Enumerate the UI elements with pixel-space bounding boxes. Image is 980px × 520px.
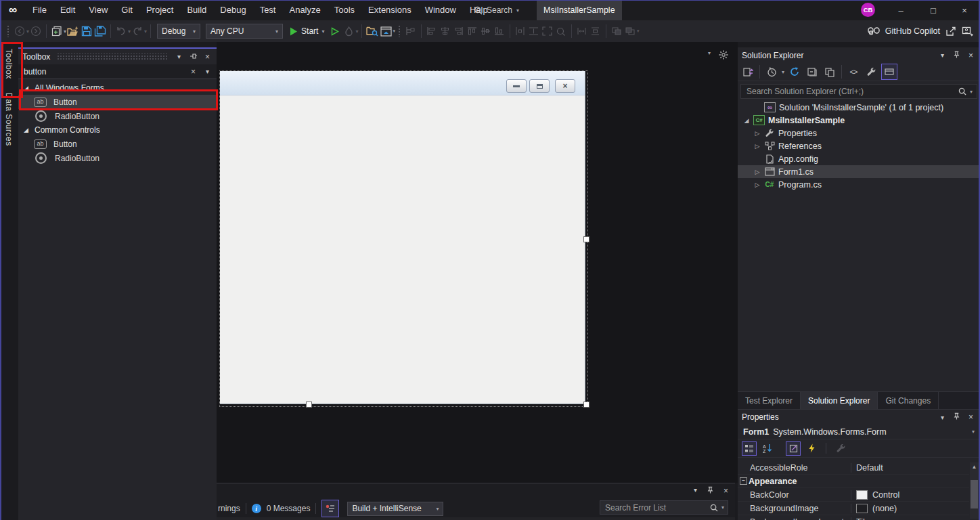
show-all-files-icon[interactable] — [822, 64, 837, 79]
close-icon[interactable]: × — [723, 486, 728, 496]
navigate-forward-icon[interactable] — [29, 24, 43, 39]
find-in-files-icon[interactable] — [365, 24, 379, 39]
properties-view-button[interactable] — [786, 441, 801, 456]
refresh-icon[interactable] — [787, 64, 802, 79]
avatar[interactable]: CB — [861, 3, 875, 17]
undo-icon[interactable] — [114, 24, 128, 39]
property-pages-button[interactable] — [833, 441, 848, 456]
bring-to-front-icon[interactable] — [610, 24, 623, 39]
align-bottoms-icon[interactable] — [493, 24, 506, 39]
property-value[interactable]: (none) — [851, 504, 969, 513]
messages-toggle-button[interactable] — [321, 500, 339, 517]
navigate-back-icon[interactable] — [13, 24, 26, 39]
menu-git[interactable]: Git — [114, 0, 139, 20]
redo-icon[interactable] — [131, 24, 144, 39]
scrollbar-thumb[interactable] — [971, 480, 978, 508]
properties-icon[interactable] — [864, 64, 878, 79]
align-rights-icon[interactable] — [452, 24, 466, 39]
toolbox-header[interactable]: Toolbox ▾ × — [18, 49, 217, 64]
gear-icon[interactable] — [719, 50, 728, 60]
property-row-backgroundimagelayout[interactable]: BackgroundImageLayoutTile — [738, 515, 969, 520]
toolbox-item-radiobutton[interactable]: RadioButton — [18, 109, 217, 123]
menu-view[interactable]: View — [82, 0, 114, 20]
start-debugging-button[interactable]: Start ▾ — [286, 23, 328, 39]
tree-item-form1-cs[interactable]: ▷Form1.cs — [738, 165, 980, 178]
toolbar-grip[interactable] — [398, 25, 401, 37]
menu-extensions[interactable]: Extensions — [361, 0, 418, 20]
property-value[interactable]: Control — [851, 490, 969, 500]
menu-build[interactable]: Build — [180, 0, 213, 20]
expander-collapsed-icon[interactable]: ▷ — [754, 169, 761, 175]
error-source-dropdown[interactable]: Build + IntelliSense ▾ — [347, 502, 443, 516]
toolbox-item-radiobutton[interactable]: RadioButton — [18, 151, 217, 165]
menu-test[interactable]: Test — [253, 0, 283, 20]
solution-explorer-header[interactable]: Solution Explorer ▾ × — [738, 47, 980, 63]
solution-configuration-dropdown[interactable]: Debug ▾ — [157, 24, 200, 39]
expander-collapsed-icon[interactable]: ▷ — [754, 143, 761, 150]
tree-item-solution-msiinstallersample-1-of-1-project-[interactable]: ∞Solution 'MsiInstallerSample' (1 of 1 p… — [738, 101, 980, 114]
make-same-size-icon[interactable] — [541, 24, 554, 39]
hot-reload-icon[interactable] — [342, 24, 355, 39]
send-feedback-icon[interactable] — [962, 26, 973, 37]
solution-platform-dropdown[interactable]: Any CPU ▾ — [206, 24, 283, 39]
align-lefts-icon[interactable] — [425, 24, 439, 39]
window-position-icon[interactable]: ▾ — [937, 414, 948, 421]
toolbar-overflow-icon[interactable]: ▾ — [393, 28, 395, 34]
error-list-search[interactable]: ▾ — [600, 500, 728, 515]
property-row-backgroundimage[interactable]: BackgroundImage(none) — [738, 502, 969, 515]
tree-item-references[interactable]: ▷References — [738, 139, 980, 152]
hot-reload-dropdown-icon[interactable]: ▾ — [355, 28, 358, 35]
window-position-icon[interactable]: ▾ — [174, 53, 184, 60]
dock-tab-solution-explorer[interactable]: Solution Explorer — [801, 392, 878, 410]
maximize-button[interactable]: □ — [922, 0, 945, 20]
property-value[interactable]: Default — [851, 463, 969, 473]
toolbox-item-button[interactable]: abButton — [18, 137, 217, 151]
tree-item-app-config[interactable]: App.config — [738, 152, 980, 165]
solution-explorer-search[interactable]: ▾ — [740, 84, 977, 99]
copilot-icon[interactable] — [868, 26, 880, 36]
categorized-button[interactable] — [742, 441, 757, 456]
tree-item-properties[interactable]: ▷Properties — [738, 127, 980, 139]
open-folder-icon[interactable] — [66, 24, 80, 39]
pin-icon[interactable] — [707, 486, 714, 494]
active-document-title[interactable]: MsiInstallerSample — [537, 0, 622, 20]
side-tab-data-sources[interactable]: Data Sources — [0, 86, 18, 153]
properties-header[interactable]: Properties ▾ × — [738, 410, 980, 425]
send-to-back-icon[interactable] — [623, 24, 637, 39]
titlebar-search[interactable]: Search ▾ — [474, 0, 519, 20]
close-button[interactable]: × — [953, 0, 976, 20]
collapse-all-icon[interactable] — [805, 64, 820, 79]
properties-object-dropdown[interactable]: Form1 System.Windows.Forms.Form ▾ — [738, 425, 980, 439]
tree-item-program-cs[interactable]: ▷C#Program.cs — [738, 178, 980, 191]
form-titlebar[interactable]: × — [220, 71, 585, 95]
pending-changes-filter-icon[interactable] — [764, 64, 779, 79]
solution-explorer-search-input[interactable] — [745, 86, 955, 97]
property-category-appearance[interactable]: −Appearance — [738, 475, 969, 488]
window-position-icon[interactable]: ▾ — [694, 486, 697, 496]
forms-designer-surface[interactable]: ▾ × — [217, 42, 738, 483]
error-list-search-input[interactable] — [604, 502, 707, 513]
close-icon[interactable]: × — [966, 51, 976, 60]
form-maximize-button[interactable] — [529, 79, 550, 93]
save-all-icon[interactable] — [93, 24, 107, 39]
size-to-grid-icon[interactable] — [554, 24, 568, 39]
property-row-backcolor[interactable]: BackColorControl — [738, 488, 969, 502]
toolbox-group-all-windows-forms[interactable]: ◢All Windows Forms — [18, 81, 217, 95]
form-client-area[interactable] — [220, 95, 585, 404]
expander-expanded-icon[interactable]: ◢ — [24, 127, 30, 133]
expander-expanded-icon[interactable]: ◢ — [24, 85, 30, 91]
resize-handle-corner[interactable] — [583, 402, 589, 408]
toolbox-group-common-controls[interactable]: ◢Common Controls — [18, 123, 217, 137]
start-without-debugging-icon[interactable] — [328, 24, 342, 39]
align-centers-icon[interactable] — [439, 24, 452, 39]
copilot-label[interactable]: GitHub Copilot — [885, 26, 940, 36]
dock-tab-git-changes[interactable]: Git Changes — [878, 392, 939, 410]
panel-drag-texture[interactable] — [57, 53, 167, 60]
menu-debug[interactable]: Debug — [213, 0, 252, 20]
form-minimize-button[interactable] — [506, 79, 527, 93]
property-row-accessiblerole[interactable]: AccessibleRoleDefault — [738, 461, 969, 475]
warnings-filter-label[interactable]: rnings — [218, 504, 240, 513]
messages-filter-label[interactable]: 0 Messages — [267, 504, 311, 513]
expander-collapsed-icon[interactable]: ▷ — [754, 181, 761, 188]
toolbar-overflow-icon[interactable]: ▾ — [637, 28, 640, 34]
